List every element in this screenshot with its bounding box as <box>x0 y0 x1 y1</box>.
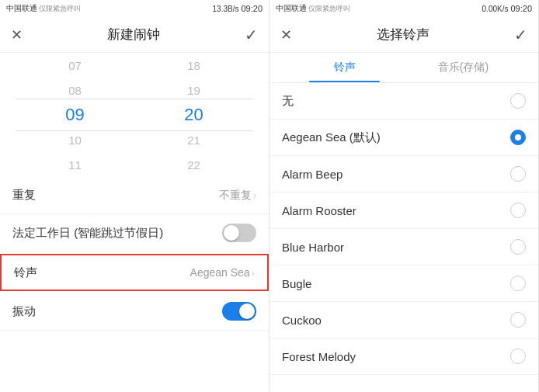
minute-item-18[interactable]: 18 <box>134 53 253 78</box>
vibrate-toggle-thumb <box>239 304 255 319</box>
carrier-right: 中国联通 <box>276 3 307 14</box>
minute-item-19[interactable]: 19 <box>134 78 253 102</box>
top-bar-right: ✕ 选择铃声 ✓ <box>270 17 538 53</box>
page-title-right: 选择铃声 <box>377 26 429 43</box>
hour-item-11[interactable]: 11 <box>16 152 134 177</box>
ringtone-item-aegean[interactable]: Aegean Sea (默认) <box>270 120 538 156</box>
ringtone-name-cuckoo: Cuckoo <box>282 314 322 327</box>
workday-row[interactable]: 法定工作日 (智能跳过节假日) <box>0 214 269 252</box>
top-bar-left: ✕ 新建闹钟 ✓ <box>0 17 269 53</box>
minute-item-22[interactable]: 22 <box>134 152 253 177</box>
ringtone-item-alarm-beep[interactable]: Alarm Beep <box>270 156 538 193</box>
vibrate-label: 振动 <box>12 304 36 319</box>
hour-item-09[interactable]: 09 <box>16 102 134 127</box>
hour-item-08[interactable]: 08 <box>16 78 134 102</box>
repeat-chevron-icon: › <box>253 189 256 201</box>
ringtone-list: 无 Aegean Sea (默认) Alarm Beep Alarm Roost… <box>270 83 538 392</box>
workday-toggle[interactable] <box>222 224 256 242</box>
hour-item-07[interactable]: 07 <box>16 53 134 78</box>
close-button-left[interactable]: ✕ <box>11 26 23 43</box>
ringtone-chevron-icon: › <box>252 267 255 279</box>
radio-cuckoo[interactable] <box>510 312 526 328</box>
confirm-button-right[interactable]: ✓ <box>514 26 527 44</box>
radio-alarm-beep[interactable] <box>510 166 526 182</box>
radio-blue-harbor[interactable] <box>510 239 526 255</box>
close-button-right[interactable]: ✕ <box>280 26 292 43</box>
ringtone-name-blue-harbor: Blue Harbor <box>282 241 344 254</box>
settings-section: 重复 不重复 › 法定工作日 (智能跳过节假日) 铃声 Aegean Sea ›… <box>0 177 269 392</box>
left-panel: 中国联通 仅限紧急呼叫 13.3B/s 09:20 ✕ 新建闹钟 ✓ 07 08… <box>0 0 270 392</box>
status-left-right: 中国联通 仅限紧急呼叫 <box>276 3 350 14</box>
repeat-row[interactable]: 重复 不重复 › <box>0 177 269 214</box>
confirm-button-left[interactable]: ✓ <box>245 26 258 44</box>
ringtone-name-alarm-rooster: Alarm Rooster <box>282 204 356 217</box>
status-right-right: 0.00K/s 09:20 <box>482 4 532 13</box>
speed-right: 0.00K/s <box>482 5 509 13</box>
right-panel: 中国联通 仅限紧急呼叫 0.00K/s 09:20 ✕ 选择铃声 ✓ 铃声 音乐… <box>270 0 539 392</box>
tab-music-label: 音乐(存储) <box>438 61 489 73</box>
time-right: 09:20 <box>510 4 532 13</box>
tab-ringtone-label: 铃声 <box>334 61 356 73</box>
repeat-value: 不重复 › <box>219 189 256 203</box>
ringtone-item-forest-melody[interactable]: Forest Melody <box>270 338 538 375</box>
page-title-left: 新建闹钟 <box>107 26 160 43</box>
ringtone-item-cuckoo[interactable]: Cuckoo <box>270 302 538 338</box>
status-bar-left: 中国联通 仅限紧急呼叫 13.3B/s 09:20 <box>0 0 269 17</box>
radio-forest-melody[interactable] <box>510 349 526 364</box>
repeat-value-text: 不重复 <box>219 189 252 203</box>
tab-ringtone[interactable]: 铃声 <box>285 53 404 82</box>
vibrate-toggle[interactable] <box>222 302 256 321</box>
status-bar-right: 中国联通 仅限紧急呼叫 0.00K/s 09:20 <box>270 0 538 17</box>
ringtone-row[interactable]: 铃声 Aegean Sea › <box>0 254 269 291</box>
time-left: 09:20 <box>241 4 263 13</box>
ringtone-item-none[interactable]: 无 <box>270 83 538 120</box>
repeat-label: 重复 <box>12 188 36 203</box>
carrier-left: 中国联通 <box>6 3 37 14</box>
ringtone-value: Aegean Sea › <box>190 266 255 279</box>
emergency-right: 仅限紧急呼叫 <box>308 4 350 14</box>
radio-alarm-rooster[interactable] <box>510 203 526 218</box>
minute-picker-col[interactable]: 18 19 20 21 22 <box>134 53 253 177</box>
hour-picker-col[interactable]: 07 08 09 10 11 <box>16 53 134 177</box>
ringtone-name-bugle: Bugle <box>282 277 311 290</box>
emergency-left: 仅限紧急呼叫 <box>39 4 81 14</box>
minute-item-20[interactable]: 20 <box>134 102 253 127</box>
tab-music[interactable]: 音乐(存储) <box>404 53 523 82</box>
ringtone-label: 铃声 <box>14 265 37 280</box>
ringtone-name-alarm-beep: Alarm Beep <box>282 168 343 181</box>
speed-left: 13.3B/s <box>213 5 239 13</box>
minute-item-21[interactable]: 21 <box>134 127 253 152</box>
radio-aegean[interactable] <box>510 130 526 145</box>
workday-toggle-thumb <box>224 225 239 241</box>
tab-bar: 铃声 音乐(存储) <box>270 53 538 83</box>
time-picker[interactable]: 07 08 09 10 11 18 19 20 21 22 <box>0 53 269 177</box>
workday-label: 法定工作日 (智能跳过节假日) <box>12 226 163 241</box>
ringtone-name-forest-melody: Forest Melody <box>282 350 356 363</box>
ringtone-name-aegean: Aegean Sea (默认) <box>282 130 381 145</box>
radio-none[interactable] <box>510 93 526 109</box>
ringtone-value-text: Aegean Sea <box>190 266 250 279</box>
ringtone-item-blue-harbor[interactable]: Blue Harbor <box>270 229 538 265</box>
ringtone-item-bugle[interactable]: Bugle <box>270 265 538 302</box>
vibrate-row[interactable]: 振动 <box>0 293 269 331</box>
status-right-left: 13.3B/s 09:20 <box>213 4 263 13</box>
radio-bugle[interactable] <box>510 276 526 291</box>
status-left: 中国联通 仅限紧急呼叫 <box>6 3 81 14</box>
ringtone-item-alarm-rooster[interactable]: Alarm Rooster <box>270 193 538 229</box>
hour-item-10[interactable]: 10 <box>16 127 134 152</box>
ringtone-name-none: 无 <box>282 94 294 109</box>
